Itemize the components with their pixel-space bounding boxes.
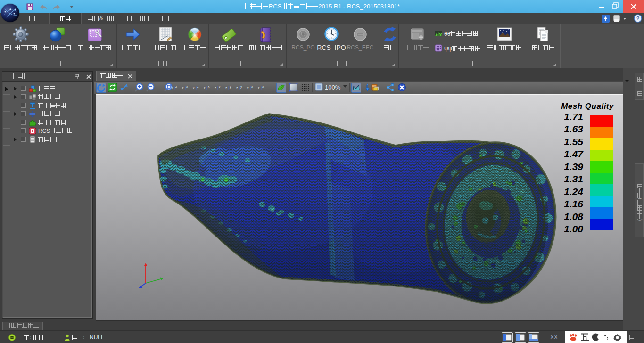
svg-text:x: x (262, 85, 264, 88)
svg-text:x: x (171, 86, 173, 90)
svg-text:x: x (186, 85, 188, 88)
svg-text:x: x (251, 85, 253, 88)
svg-text:z: z (197, 85, 199, 88)
svg-text:z: z (225, 86, 227, 90)
svg-text:x: x (193, 86, 195, 90)
svg-text:z: z (175, 85, 177, 88)
svg-text:z: z (204, 86, 206, 90)
svg-text:z: z (215, 86, 216, 90)
svg-text:v: v (247, 86, 249, 90)
svg-text:y: y (240, 85, 242, 89)
svg-text:z: z (182, 86, 184, 90)
svg-text:x: x (208, 85, 210, 88)
svg-text:v: v (219, 85, 221, 88)
svg-text:z: z (236, 86, 238, 90)
svg-text:y: y (230, 85, 231, 89)
svg-text:?: ? (636, 16, 640, 21)
svg-text:z: z (258, 86, 260, 90)
